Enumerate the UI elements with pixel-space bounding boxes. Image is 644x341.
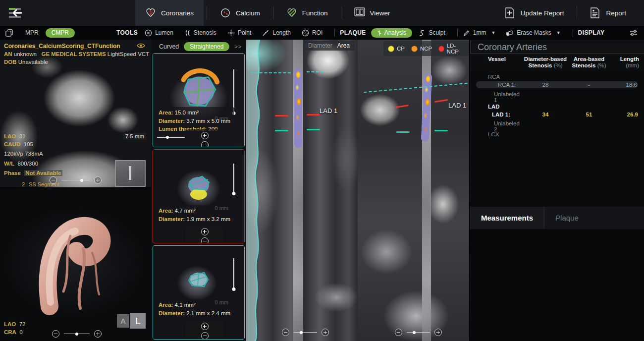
plus-icon[interactable] (94, 330, 102, 338)
table-row-rca-group[interactable]: RCA (470, 73, 644, 80)
slider-thumb[interactable] (413, 331, 416, 334)
orientation-cube[interactable] (115, 160, 146, 187)
slider-track[interactable] (64, 334, 90, 335)
table-row-lcx-group[interactable]: LCX (470, 131, 644, 137)
dob-value: Unavailable (18, 59, 48, 65)
cmpr-button[interactable]: CMPR (46, 28, 75, 38)
update-report-button[interactable]: Update Report (495, 0, 574, 26)
cross-section-panel-1[interactable]: 0 mm Area: 15.0 mm² Diameter: 3.7 mm x 5… (153, 53, 245, 147)
stenosis-marker-tick[interactable] (307, 114, 320, 115)
axial-mpr-viewport[interactable]: Coronaries_CalciumScoring_CTFunction AN … (0, 40, 151, 188)
lesion-boundary-tick[interactable] (396, 131, 410, 133)
cra-value: 0 (19, 329, 22, 335)
lumen-tool[interactable]: Lumen (145, 29, 173, 37)
volume-3d-viewport[interactable]: A L LAO 72 CRA 0 (0, 188, 151, 341)
zoom-in-icon[interactable] (201, 132, 209, 139)
curved-cpr-viewport[interactable]: LAD 1 CP NCP LD-NCP (358, 40, 469, 341)
mpr-button[interactable]: MPR (25, 29, 39, 36)
tab-measurements[interactable]: Measurements (470, 207, 544, 229)
diameter-mode-button[interactable]: Diameter (308, 42, 332, 49)
menu-back-icon[interactable] (7, 5, 24, 20)
zoom-in-icon[interactable] (201, 228, 209, 235)
zoom-out-icon[interactable] (201, 332, 209, 340)
measurement-overlay: Area: 4.7 mm² Diameter: 1.9 mm x 3.2 mm (156, 205, 234, 225)
area-mode-button[interactable]: Area (337, 42, 350, 49)
table-row-rca1[interactable]: RCA 1: 28 - 18.6 (476, 81, 638, 88)
minus-icon[interactable] (282, 329, 289, 336)
minus-icon[interactable] (52, 330, 59, 338)
tab-plaque[interactable]: Plaque (544, 207, 590, 229)
plus-icon[interactable] (94, 176, 102, 184)
straightened-cpr-viewport[interactable]: LAD 1 Diameter Area (246, 40, 358, 341)
stenosis-marker-tick[interactable] (275, 115, 288, 116)
legend-cp: CP (388, 46, 405, 52)
tab-function[interactable]: Function (276, 0, 338, 26)
toolbar-divider (334, 29, 335, 37)
nav-tab-bar: Coronaries Calcium Function (135, 0, 644, 26)
phase-value: Not Available (24, 170, 62, 176)
plus-icon[interactable] (322, 329, 329, 336)
table-row-lad1[interactable]: LAD 1: 34 51 26.9 (470, 111, 644, 117)
lumen-contour-graphic (176, 262, 221, 296)
analysis-button[interactable]: Analysis (371, 28, 413, 38)
area-label: Area: (159, 302, 173, 308)
minus-icon[interactable] (395, 329, 402, 336)
series-layers-icon[interactable] (5, 29, 13, 37)
zoom-out-icon[interactable] (201, 237, 209, 243)
table-row-unlabeled-2[interactable]: Unlabeled 2 (470, 120, 644, 128)
lesion-boundary-tick[interactable] (434, 130, 448, 131)
expand-chevrons[interactable]: >> (234, 44, 242, 50)
slider-track[interactable] (157, 137, 185, 138)
curved-mode-button[interactable]: Curved (159, 43, 179, 50)
lesion-boundary-tick[interactable] (307, 129, 320, 130)
display-settings-icon[interactable] (629, 29, 638, 36)
tab-viewer[interactable]: Viewer (344, 0, 400, 26)
slider-thumb[interactable] (75, 333, 78, 336)
cpr-zoom-slider[interactable] (282, 329, 329, 336)
tab-label: Calcium (236, 9, 260, 17)
lumen-label: Lumen (155, 29, 173, 36)
slider-track[interactable] (294, 332, 317, 333)
plus-icon[interactable] (434, 329, 442, 336)
zoom-in-icon[interactable] (201, 323, 209, 330)
report-button[interactable]: Report (580, 0, 636, 26)
lao-value: 72 (19, 321, 26, 327)
stenosis-tool[interactable]: Stenosis (184, 29, 216, 37)
tab-coronaries[interactable]: Coronaries (135, 0, 204, 26)
slider-thumb[interactable] (166, 136, 169, 139)
brush-size-dropdown[interactable]: 1mm ▼ (463, 29, 496, 37)
eye-visibility-icon[interactable] (137, 43, 145, 49)
table-row-lad-group[interactable]: LAD (470, 103, 644, 110)
tab-label: Report (606, 9, 626, 17)
sculpt-tool[interactable]: Sculpt (418, 29, 445, 37)
slider-thumb[interactable] (300, 331, 303, 334)
cross-section-panel-3[interactable]: 0 mm Area: 4.1 mm² Diameter: 2.1 mm x 2.… (153, 245, 245, 340)
cpr-zoom-slider[interactable] (395, 329, 442, 336)
slider-track[interactable] (61, 180, 90, 181)
roi-tool[interactable]: ROI (302, 29, 322, 37)
slider-thumb[interactable] (80, 179, 83, 182)
erase-masks-dropdown[interactable]: Erase Masks ▼ (505, 29, 560, 36)
lesion-boundary-tick[interactable] (275, 130, 288, 131)
tab-label: Function (302, 9, 328, 17)
slider-track[interactable] (407, 332, 430, 333)
length-tool[interactable]: Length (262, 29, 291, 37)
straightened-mode-button[interactable]: Straightened (184, 42, 229, 51)
reference-dashed-line (307, 71, 323, 72)
caud-value: 105 (24, 141, 33, 147)
cross-section-panel-2[interactable]: 0 mm Area: 4.7 mm² Diameter: 1.9 mm x 3.… (153, 149, 245, 243)
threshold-slider[interactable] (157, 137, 185, 138)
ld-ncp-color-dot (438, 46, 444, 52)
calcium-icon (220, 7, 231, 18)
axial-zoom-slider[interactable] (50, 176, 102, 184)
cmpr-label: CMPR (52, 29, 69, 36)
ncp-color-dot (411, 46, 418, 52)
tab-calcium[interactable]: Calcium (210, 0, 270, 26)
volume-zoom-slider[interactable] (52, 330, 102, 338)
table-row-unlabeled-1[interactable]: Unlabeled 1 (470, 91, 644, 99)
zoom-out-icon[interactable] (201, 141, 209, 147)
minus-icon[interactable] (50, 176, 57, 184)
roi-icon (302, 29, 309, 37)
point-tool[interactable]: Point (227, 29, 251, 37)
roi-label: ROI (312, 29, 322, 36)
